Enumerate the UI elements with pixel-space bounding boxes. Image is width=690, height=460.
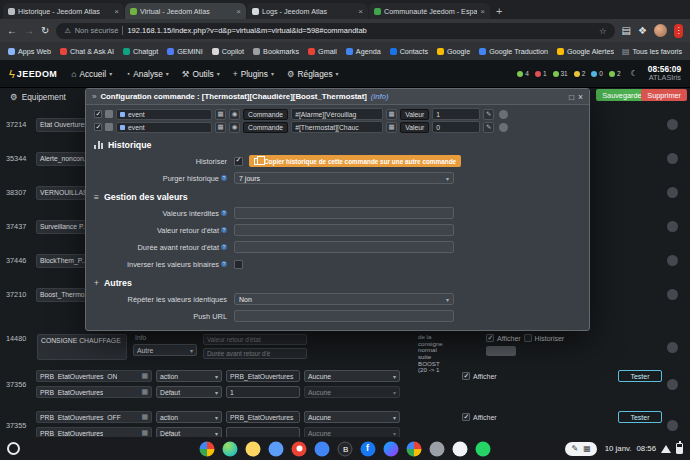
search-icon[interactable]: ◉ — [229, 122, 240, 133]
menu-item[interactable]: ⚙ Réglages ▾ — [287, 69, 339, 79]
historiser-checkbox[interactable] — [234, 157, 243, 166]
health-item[interactable]: 2 — [574, 70, 586, 77]
red-app-icon[interactable] — [292, 441, 307, 456]
profile-name[interactable]: ATLASIris — [648, 74, 681, 82]
maximize-icon[interactable]: □ — [569, 92, 574, 102]
close-icon[interactable]: × — [578, 92, 583, 102]
row-secondary-checkbox[interactable] — [105, 110, 113, 118]
quick-tray[interactable]: ✎ ▦ — [565, 442, 596, 456]
subtype-select[interactable]: Autre ▾ — [133, 344, 197, 356]
purge-select[interactable]: 7 jours ▾ — [234, 172, 454, 184]
messenger-app-icon[interactable] — [384, 441, 399, 456]
grid-icon[interactable]: ▦ — [141, 429, 148, 437]
grid-icon[interactable]: ▦ — [141, 413, 148, 421]
default-select[interactable]: Défaut ▾ — [156, 386, 222, 398]
valeur-button[interactable]: Valeur — [400, 122, 429, 133]
gray-app-icon[interactable] — [430, 441, 445, 456]
row-action-icon[interactable] — [667, 187, 678, 198]
row-enabled-checkbox[interactable] — [94, 123, 102, 131]
default-value-input[interactable] — [226, 427, 300, 437]
grid-icon[interactable]: ▦ — [141, 372, 148, 380]
row-action-icon[interactable] — [667, 289, 678, 300]
chrome-app-icon[interactable] — [200, 441, 215, 456]
bookmark[interactable]: Gmail — [308, 47, 337, 56]
jeedom-logo[interactable]: ϟ JEEDOM — [9, 68, 57, 80]
yellow-app-icon[interactable] — [246, 441, 261, 456]
afficher-checkbox[interactable]: Afficher — [462, 372, 497, 380]
profile-avatar[interactable] — [654, 24, 667, 37]
bookmark[interactable]: Chat & Ask AI — [60, 47, 114, 56]
bookmark[interactable]: GEMINI — [167, 47, 203, 56]
files-app-icon[interactable] — [269, 441, 284, 456]
menu-item[interactable]: ⚒ Outils ▾ — [182, 69, 220, 79]
commande-value-input[interactable]: #[Thermostat][Chauc — [291, 121, 383, 133]
browser-tab[interactable]: Communauté Jeedom - Espa... × — [369, 3, 490, 19]
historiser-checkbox[interactable] — [524, 334, 532, 342]
all-bookmarks-button[interactable]: ▤ Tous les favoris — [622, 47, 682, 56]
white-app-icon[interactable] — [453, 441, 468, 456]
photos-app-icon[interactable] — [407, 441, 422, 456]
edit-icon[interactable]: ✎ — [483, 109, 494, 120]
valeur-input[interactable]: 0 — [432, 121, 480, 133]
help-icon[interactable] — [221, 261, 227, 267]
logical-id-input[interactable]: PRB_EtatOuvertures ▦ — [36, 386, 152, 398]
blue-app-icon[interactable] — [315, 441, 330, 456]
bookmark[interactable]: Agenda — [346, 47, 381, 56]
valeur-retour-input[interactable] — [234, 224, 454, 236]
sphere-app-icon[interactable] — [223, 441, 238, 456]
row-action-icon[interactable] — [667, 342, 678, 353]
bookmark[interactable]: Apps Web — [8, 47, 51, 56]
back-icon[interactable]: ← — [7, 26, 17, 36]
equipment-tab[interactable]: ⚙ Equipement — [10, 92, 66, 102]
grid-icon[interactable]: ▦ — [141, 388, 148, 396]
value-input[interactable]: PRB_EtatOuvertures — [226, 370, 300, 382]
address-bar[interactable]: ⚠ Non sécurisé 192.168.1.15/index.php?v=… — [56, 23, 614, 39]
menu-item[interactable]: + Plugins ▾ — [233, 69, 274, 79]
remove-icon[interactable] — [499, 123, 508, 132]
health-item[interactable]: 1 — [535, 70, 547, 77]
command-name-input[interactable]: PRB_EtatOuvertures_OFF ▦ — [36, 411, 152, 423]
logical-id-input[interactable]: PRB_EtatOuvertures ▦ — [36, 427, 152, 437]
grid-icon[interactable]: ▦ — [386, 122, 397, 133]
bookmark[interactable]: Google — [437, 47, 470, 56]
security-warning-icon[interactable]: ⚠ — [64, 27, 70, 35]
bookmark[interactable]: Copilot — [212, 47, 244, 56]
launcher-icon[interactable] — [7, 442, 20, 455]
menu-item[interactable]: ⌂ Accueil ▾ — [71, 69, 112, 79]
row-action-icon[interactable] — [667, 420, 678, 431]
default-value-input[interactable]: 1 — [226, 386, 300, 398]
default-select[interactable]: Défaut ▾ — [156, 427, 222, 437]
bookmark[interactable]: Contacts — [390, 47, 428, 56]
tab-close-icon[interactable]: × — [114, 7, 119, 16]
row-secondary-checkbox[interactable] — [105, 123, 113, 131]
copy-history-button[interactable]: Copier historique de cette commande sur … — [249, 155, 461, 167]
commande-button[interactable]: Commande — [243, 122, 288, 133]
command-name-input[interactable]: PRB_EtatOuvertures_ON ▦ — [36, 370, 152, 382]
apps-grid-icon[interactable]: ▦ — [583, 444, 591, 453]
facebook-app-icon[interactable] — [361, 441, 376, 456]
command-name-input[interactable]: CONSIGNE CHAUFFAGE — [37, 334, 127, 360]
commande-button[interactable]: Commande — [243, 109, 288, 120]
health-item[interactable]: 31 — [553, 70, 568, 77]
help-icon[interactable] — [221, 210, 227, 216]
browser-tab[interactable]: Logs - Jeedom Atlas × — [247, 3, 368, 19]
tester-button[interactable]: Tester — [618, 411, 662, 423]
side-panel-icon[interactable]: ▤ — [622, 26, 631, 36]
inverser-checkbox[interactable] — [234, 260, 243, 269]
repeter-select[interactable]: Non ▾ — [234, 293, 454, 305]
tab-close-icon[interactable]: × — [236, 7, 241, 16]
valeur-button[interactable]: Valeur — [400, 109, 429, 120]
green-app-icon[interactable] — [476, 441, 491, 456]
row-enabled-checkbox[interactable] — [94, 110, 102, 118]
browser-menu-icon[interactable]: ⋮ — [674, 24, 683, 38]
remove-icon[interactable] — [499, 110, 508, 119]
afficher-checkbox[interactable] — [486, 334, 494, 342]
unit-select[interactable]: Aucune ▾ — [304, 411, 400, 423]
grid-icon[interactable]: ▦ — [386, 109, 397, 120]
health-item[interactable]: 4 — [517, 70, 529, 77]
extensions-icon[interactable]: ❖ — [638, 26, 647, 36]
row-action-icon[interactable] — [667, 221, 678, 232]
bookmark[interactable]: Bookmarks — [253, 47, 299, 56]
row-action-icon[interactable] — [667, 379, 678, 390]
event-type-field[interactable]: event — [116, 122, 212, 133]
